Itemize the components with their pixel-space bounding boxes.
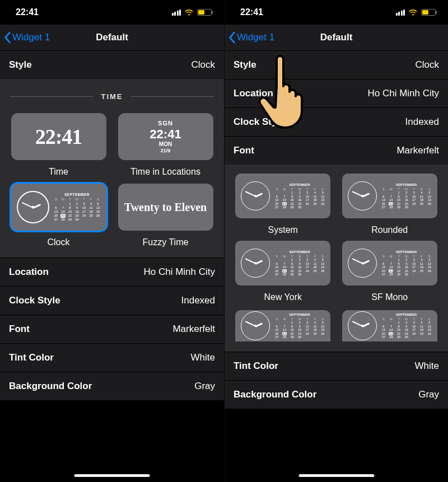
font-option-extra-2[interactable]: SEPTEMBERSMTWTFS123456789101112131415161… bbox=[342, 310, 438, 341]
row-font[interactable]: Font Markerfelt bbox=[225, 136, 448, 165]
status-bar: 22:41 bbox=[225, 0, 448, 25]
status-icons bbox=[172, 9, 212, 16]
row-clock-style-value: Indexed bbox=[405, 116, 440, 128]
analog-clock-icon bbox=[241, 249, 270, 278]
row-font-value: Markerfelt bbox=[396, 145, 439, 156]
row-style-value: Clock bbox=[415, 59, 439, 71]
font-option-rounded[interactable]: SEPTEMBERSMTWTFS123456789101112131415161… bbox=[342, 174, 438, 235]
cellular-icon bbox=[396, 10, 405, 16]
section-header-time: TIME bbox=[10, 92, 214, 101]
preview-loc-date: 21/9 bbox=[150, 148, 181, 153]
row-tint-color-value: White bbox=[191, 352, 215, 363]
row-location[interactable]: Location Ho Chi Minh City bbox=[0, 258, 224, 286]
mini-calendar: SEPTEMBERSMTWTFS123456789101112131415161… bbox=[381, 250, 432, 277]
row-font-value: Markerfelt bbox=[172, 324, 215, 335]
preview-loc-day: MON bbox=[150, 141, 181, 148]
chevron-left-icon bbox=[3, 31, 12, 44]
row-tint-color-label: Tint Color bbox=[234, 361, 278, 372]
row-background-color[interactable]: Background Color Gray bbox=[225, 380, 448, 409]
style-picker: TIME 22:41 Time SGN 22:41 MON 21/9 bbox=[0, 79, 224, 258]
font-tile-extra-1: SEPTEMBERSMTWTFS123456789101112131415161… bbox=[235, 310, 330, 341]
row-background-color-value: Gray bbox=[194, 381, 215, 392]
analog-clock-icon bbox=[241, 311, 270, 340]
font-picker: SEPTEMBERSMTWTFS123456789101112131415161… bbox=[225, 165, 448, 352]
status-icons bbox=[396, 9, 436, 16]
row-style-value: Clock bbox=[191, 59, 215, 71]
row-background-color-value: Gray bbox=[418, 389, 439, 400]
analog-clock-icon bbox=[241, 181, 270, 210]
nav-bar: Widget 1 Default bbox=[0, 25, 224, 50]
style-option-clock-label: Clock bbox=[47, 237, 69, 247]
status-time: 22:41 bbox=[240, 7, 263, 17]
row-font-label: Font bbox=[9, 324, 30, 335]
row-clock-style-label: Clock Style bbox=[234, 116, 285, 128]
row-background-color[interactable]: Background Color Gray bbox=[0, 372, 224, 400]
style-tile-time-in-locations: SGN 22:41 MON 21/9 bbox=[118, 113, 213, 160]
home-indicator[interactable] bbox=[298, 474, 374, 477]
battery-icon bbox=[421, 9, 436, 16]
font-tile-extra-2: SEPTEMBERSMTWTFS123456789101112131415161… bbox=[342, 310, 437, 341]
font-option-rounded-label: Rounded bbox=[371, 225, 408, 235]
row-tint-color[interactable]: Tint Color White bbox=[225, 352, 448, 380]
font-option-newyork[interactable]: SEPTEMBERSMTWTFS123456789101112131415161… bbox=[235, 241, 332, 302]
row-style[interactable]: Style Clock bbox=[225, 50, 448, 79]
font-tile-sfmono: SEPTEMBERSMTWTFS123456789101112131415161… bbox=[342, 241, 437, 286]
style-option-clock[interactable]: SEPTEMBERSMTWTFS123456789101112131415161… bbox=[10, 184, 107, 247]
row-location-value: Ho Chi Minh City bbox=[143, 266, 215, 278]
row-tint-color[interactable]: Tint Color White bbox=[0, 343, 224, 372]
font-option-newyork-label: New York bbox=[264, 292, 302, 302]
row-style[interactable]: Style Clock bbox=[0, 50, 224, 79]
wifi-icon bbox=[408, 9, 418, 16]
home-indicator[interactable] bbox=[74, 474, 150, 477]
style-tile-time: 22:41 bbox=[11, 113, 106, 160]
row-tint-color-value: White bbox=[415, 361, 439, 372]
analog-clock-icon bbox=[348, 181, 377, 210]
style-option-time-in-locations[interactable]: SGN 22:41 MON 21/9 Time in Locations bbox=[117, 113, 214, 177]
row-background-color-label: Background Color bbox=[234, 389, 316, 400]
preview-time: 22:41 bbox=[35, 124, 82, 149]
font-option-extra-1[interactable]: SEPTEMBERSMTWTFS123456789101112131415161… bbox=[235, 310, 332, 341]
row-font[interactable]: Font Markerfelt bbox=[0, 315, 224, 343]
row-location[interactable]: Location Ho Chi Minh City bbox=[225, 79, 448, 107]
row-tint-color-label: Tint Color bbox=[9, 352, 54, 363]
style-option-fuzzy[interactable]: Twenty to Eleven Fuzzy Time bbox=[117, 184, 214, 247]
mini-calendar: SEPTEMBERSMTWTFS123456789101112131415161… bbox=[54, 193, 101, 222]
font-tile-newyork: SEPTEMBERSMTWTFS123456789101112131415161… bbox=[235, 241, 330, 286]
analog-clock-icon bbox=[348, 311, 377, 340]
font-option-sfmono[interactable]: SEPTEMBERSMTWTFS123456789101112131415161… bbox=[342, 241, 438, 302]
mini-calendar: SEPTEMBERSMTWTFS123456789101112131415161… bbox=[381, 183, 432, 209]
row-location-label: Location bbox=[234, 88, 273, 99]
style-tile-clock: SEPTEMBERSMTWTFS123456789101112131415161… bbox=[11, 184, 106, 231]
row-style-label: Style bbox=[9, 59, 32, 71]
style-tile-fuzzy: Twenty to Eleven bbox=[118, 184, 213, 231]
preview-loc-code: SGN bbox=[150, 120, 181, 127]
back-label: Widget 1 bbox=[12, 32, 50, 43]
status-bar: 22:41 bbox=[0, 0, 224, 25]
row-background-color-label: Background Color bbox=[9, 381, 92, 392]
chevron-left-icon bbox=[228, 31, 237, 44]
font-tile-system: SEPTEMBERSMTWTFS123456789101112131415161… bbox=[235, 174, 330, 218]
row-clock-style-value: Indexed bbox=[181, 295, 216, 306]
row-font-label: Font bbox=[234, 145, 254, 156]
cellular-icon bbox=[172, 10, 181, 16]
right-phone: 22:41 Widget 1 Default Style Clock Locat… bbox=[224, 0, 448, 482]
style-option-time[interactable]: 22:41 Time bbox=[10, 113, 107, 177]
style-option-time-label: Time bbox=[49, 167, 68, 177]
row-clock-style-label: Clock Style bbox=[9, 295, 60, 306]
style-option-fuzzy-label: Fuzzy Time bbox=[143, 237, 189, 247]
status-time: 22:41 bbox=[16, 7, 39, 17]
row-location-value: Ho Chi Minh City bbox=[367, 88, 439, 99]
font-option-system-label: System bbox=[268, 225, 298, 235]
analog-clock-icon bbox=[348, 249, 377, 278]
row-style-label: Style bbox=[234, 59, 256, 71]
analog-clock-icon bbox=[17, 191, 49, 223]
back-button[interactable]: Widget 1 bbox=[228, 25, 274, 50]
wifi-icon bbox=[184, 9, 194, 16]
mini-calendar: SEPTEMBERSMTWTFS123456789101112131415161… bbox=[381, 313, 432, 339]
row-clock-style[interactable]: Clock Style Indexed bbox=[225, 107, 448, 136]
row-clock-style[interactable]: Clock Style Indexed bbox=[0, 286, 224, 315]
style-option-loc-label: Time in Locations bbox=[130, 167, 200, 177]
font-option-system[interactable]: SEPTEMBERSMTWTFS123456789101112131415161… bbox=[235, 174, 332, 235]
back-button[interactable]: Widget 1 bbox=[3, 25, 50, 50]
nav-bar: Widget 1 Default bbox=[225, 25, 448, 50]
